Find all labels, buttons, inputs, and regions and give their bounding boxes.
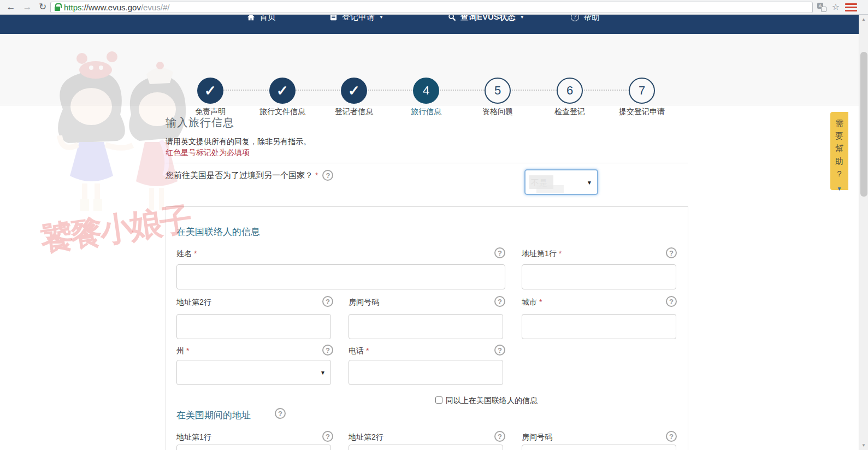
step-3-registrant[interactable]: ✓ bbox=[341, 78, 367, 104]
field-label-address2: 地址第2行 bbox=[176, 298, 214, 307]
nav-status-label: 查询EVUS状态 bbox=[460, 15, 516, 22]
field-label-stay-address1: 地址第1行 bbox=[176, 433, 214, 442]
nav-home-label: 首页 bbox=[259, 15, 276, 22]
nav-enroll[interactable]: 登记申请 ▼ bbox=[329, 15, 383, 23]
forward-button[interactable]: → bbox=[21, 1, 34, 13]
required-note: 红色星号标记处为必填项 bbox=[166, 148, 250, 158]
chevron-down-icon: ▼ bbox=[837, 182, 842, 195]
required-asterisk: * bbox=[315, 171, 318, 180]
help-icon[interactable]: ? bbox=[322, 431, 333, 442]
english-instruction: 请用英文提供所有的回复，除非另有指示。 bbox=[166, 137, 311, 147]
help-icon[interactable]: ? bbox=[666, 247, 677, 258]
us-address-heading: 在美国期间的地址 bbox=[176, 409, 251, 422]
us-stay-address1-input[interactable] bbox=[176, 445, 331, 450]
us-contact-name-input[interactable] bbox=[176, 264, 505, 289]
address-bar[interactable]: https://www.evus.gov/evus/#/ bbox=[50, 2, 813, 13]
nav-help-label: 帮助 bbox=[583, 15, 600, 22]
panel-right-border bbox=[688, 206, 688, 450]
chevron-down-icon: ▼ bbox=[587, 179, 592, 185]
step-4-travel-info[interactable]: 4 bbox=[413, 78, 439, 104]
browser-toolbar: ← → ↻ https://www.evus.gov/evus/#/ A ☆ bbox=[0, 0, 868, 15]
need-help-tab[interactable]: 需 要 幫 助 ? ▼ bbox=[830, 112, 848, 190]
divider bbox=[166, 206, 688, 207]
same-as-contact-label: 同以上在美国联络人的信息 bbox=[446, 396, 538, 406]
chevron-down-icon: ▼ bbox=[379, 15, 383, 20]
us-stay-address2-input[interactable] bbox=[349, 445, 503, 450]
help-circle-icon: ? bbox=[571, 15, 579, 21]
scrollbar-thumb[interactable] bbox=[860, 52, 867, 197]
transit-question: 您前往美国是否为了过境到另一个国家？ * ? bbox=[166, 170, 333, 181]
transit-question-label: 您前往美国是否为了过境到另一个国家？ bbox=[166, 170, 313, 181]
help-icon[interactable]: ? bbox=[494, 296, 505, 307]
nav-check-status[interactable]: 查询EVUS状态 ▼ bbox=[448, 15, 524, 23]
field-label-stay-room: 房间号码 bbox=[522, 433, 554, 442]
help-icon[interactable]: ? bbox=[322, 345, 333, 356]
nav-home[interactable]: 首页 bbox=[247, 15, 276, 23]
bookmark-star-icon[interactable]: ☆ bbox=[830, 1, 841, 13]
field-label-room: 房间号码 bbox=[349, 298, 381, 307]
browser-menu-icon[interactable] bbox=[845, 3, 857, 11]
step-7-label: 提交登记申请 bbox=[598, 107, 686, 117]
panel-left-border bbox=[166, 206, 166, 450]
field-label-name: 姓名* bbox=[176, 249, 197, 259]
field-label-address1: 地址第1行* bbox=[522, 249, 562, 259]
help-icon[interactable]: ? bbox=[494, 431, 505, 442]
field-label-stay-address2: 地址第2行 bbox=[349, 433, 386, 442]
home-icon bbox=[247, 15, 255, 21]
page-scrollbar[interactable]: ▲ ▼ bbox=[859, 15, 868, 450]
search-icon bbox=[448, 15, 456, 21]
us-contact-heading: 在美国联络人的信息 bbox=[176, 226, 260, 238]
form-icon bbox=[329, 15, 338, 21]
watermark-text: 饕餮小娘子 bbox=[38, 197, 193, 262]
same-as-contact-checkbox[interactable] bbox=[435, 396, 442, 404]
us-contact-address2-input[interactable] bbox=[176, 314, 331, 339]
field-label-phone: 电话* bbox=[349, 346, 369, 356]
progress-stepper: ✓ ✓ ✓ 4 5 6 7 免责声明 旅行文件信息 登记者信息 旅行信息 资格问… bbox=[0, 34, 868, 105]
transit-answer-select[interactable]: 不是 ▼ bbox=[524, 169, 598, 195]
nav-enroll-label: 登记申请 bbox=[342, 15, 375, 22]
step-6-review[interactable]: 6 bbox=[557, 78, 583, 104]
back-button[interactable]: ← bbox=[4, 1, 17, 13]
step-7-submit[interactable]: 7 bbox=[629, 78, 655, 104]
check-icon: ✓ bbox=[348, 82, 360, 99]
divider bbox=[166, 163, 688, 163]
us-contact-phone-input[interactable] bbox=[349, 360, 503, 385]
step-2-travel-document[interactable]: ✓ bbox=[269, 78, 296, 104]
check-icon: ✓ bbox=[204, 82, 216, 99]
scroll-up-icon[interactable]: ▲ bbox=[859, 17, 868, 22]
help-icon[interactable]: ? bbox=[322, 170, 333, 181]
help-icon[interactable]: ? bbox=[494, 247, 505, 258]
page-title: 输入旅行信息 bbox=[166, 115, 234, 130]
step-1-disclaimer[interactable]: ✓ bbox=[197, 78, 223, 104]
us-contact-state-select[interactable]: ▼ bbox=[176, 360, 331, 385]
translate-icon[interactable]: A bbox=[817, 3, 826, 12]
field-label-city: 城市* bbox=[522, 298, 542, 307]
us-stay-room-input[interactable] bbox=[522, 445, 676, 450]
check-icon: ✓ bbox=[276, 82, 288, 99]
selection-overlay bbox=[536, 185, 564, 193]
help-icon[interactable]: ? bbox=[322, 296, 333, 307]
us-contact-room-input[interactable] bbox=[349, 314, 503, 339]
url-text: https://www.evus.gov/evus/#/ bbox=[64, 2, 169, 13]
help-icon[interactable]: ? bbox=[666, 296, 677, 307]
step-5-eligibility[interactable]: 5 bbox=[485, 78, 511, 104]
reload-button[interactable]: ↻ bbox=[36, 1, 49, 13]
chevron-down-icon: ▼ bbox=[320, 370, 326, 376]
help-icon[interactable]: ? bbox=[666, 431, 677, 442]
us-contact-city-input[interactable] bbox=[522, 314, 676, 339]
https-lock-icon[interactable] bbox=[55, 7, 60, 11]
help-icon[interactable]: ? bbox=[494, 345, 505, 356]
chevron-down-icon: ▼ bbox=[520, 15, 524, 20]
nav-help[interactable]: ? 帮助 bbox=[571, 15, 600, 23]
help-icon[interactable]: ? bbox=[275, 408, 286, 419]
field-label-state: 州* bbox=[176, 346, 189, 356]
us-contact-address1-input[interactable] bbox=[522, 264, 676, 289]
site-navbar: 首页 登记申请 ▼ 查询EVUS状态 ▼ ? 帮助 bbox=[0, 15, 868, 34]
scroll-down-icon[interactable]: ▼ bbox=[859, 443, 868, 448]
